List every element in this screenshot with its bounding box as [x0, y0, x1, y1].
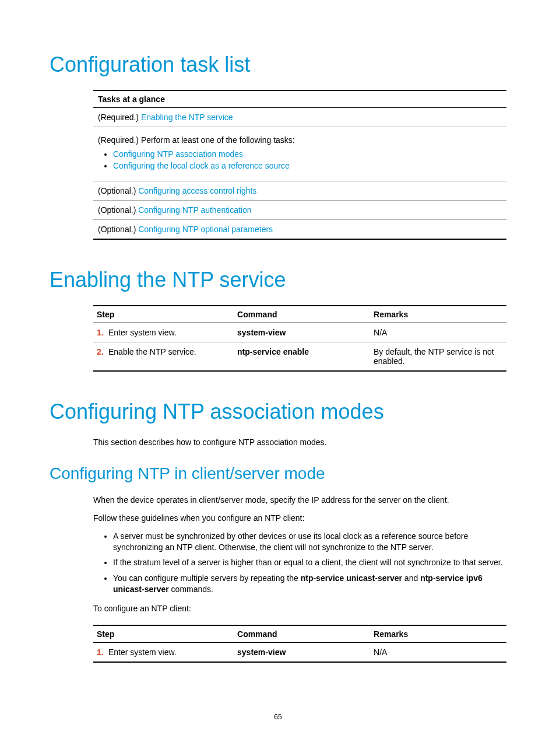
step-text: Enable the NTP service. — [108, 347, 196, 356]
list-item: You can configure multiple servers by re… — [113, 573, 506, 595]
optional-label: (Optional.) — [98, 205, 136, 215]
table-row: (Optional.) Configuring access control r… — [93, 181, 506, 201]
command-text: system-view — [237, 328, 286, 337]
table-row: 2.Enable the NTP service. ntp-service en… — [93, 342, 506, 372]
link-enabling-ntp-service[interactable]: Enabling the NTP service — [141, 113, 233, 122]
remarks-text: By default, the NTP service is not enabl… — [374, 347, 494, 366]
optional-label: (Optional.) — [98, 186, 136, 195]
table-row: (Optional.) Configuring NTP authenticati… — [93, 201, 506, 220]
link-config-ntp-optional-params[interactable]: Configuring NTP optional parameters — [138, 225, 273, 234]
table-row: 1.Enter system view. system-view N/A — [93, 323, 506, 342]
table-row: 1.Enter system view. system-view N/A — [93, 643, 506, 663]
link-config-access-control[interactable]: Configuring access control rights — [138, 186, 256, 195]
cs-guidelines-list: A server must be synchronized by other d… — [93, 531, 506, 595]
optional-label: (Optional.) — [98, 225, 136, 234]
tasks-header: Tasks at a glance — [93, 90, 506, 108]
heading-config-task-list: Configuration task list — [50, 52, 506, 77]
command-text: ntp-service enable — [237, 347, 309, 356]
step-number: 1. — [97, 648, 108, 657]
list-item: Configuring NTP association modes — [113, 149, 502, 159]
col-command-header: Command — [234, 306, 370, 323]
client-steps-table: Step Command Remarks 1.Enter system view… — [93, 625, 506, 663]
tasks-table: Tasks at a glance (Required.) Enabling t… — [93, 90, 506, 240]
command-text: system-view — [237, 648, 286, 657]
list-item: A server must be synchronized by other d… — [113, 531, 506, 553]
cs-paragraph-3: To configure an NTP client: — [93, 603, 506, 614]
page-number: 65 — [0, 713, 556, 721]
list-item: Configuring the local clock as a referen… — [113, 161, 502, 170]
task-intro-text: (Required.) Perform at least one of the … — [98, 135, 295, 145]
cmd-inline: ntp-service unicast-server — [301, 573, 402, 583]
remarks-text: N/A — [374, 648, 387, 657]
col-step-header: Step — [93, 625, 234, 643]
task-sublist: Configuring NTP association modes Config… — [98, 149, 502, 170]
heading-config-ntp-client-server: Configuring NTP in client/server mode — [50, 464, 506, 483]
required-label: (Required.) — [98, 113, 139, 122]
enable-steps-table: Step Command Remarks 1.Enter system view… — [93, 305, 506, 372]
step-number: 1. — [97, 328, 108, 337]
cs-paragraph-1: When the device operates in client/serve… — [93, 495, 506, 506]
list-item: If the stratum level of a server is high… — [113, 557, 506, 568]
table-row: (Optional.) Configuring NTP optional par… — [93, 220, 506, 240]
link-config-local-clock-ref[interactable]: Configuring the local clock as a referen… — [113, 161, 290, 170]
col-remarks-header: Remarks — [370, 306, 506, 323]
step-number: 2. — [97, 347, 108, 356]
remarks-text: N/A — [374, 328, 387, 337]
step-text: Enter system view. — [108, 648, 177, 657]
table-row: (Required.) Enabling the NTP service — [93, 108, 506, 127]
assoc-intro-text: This section describes how to configure … — [93, 437, 506, 448]
col-command-header: Command — [234, 625, 370, 643]
col-remarks-header: Remarks — [370, 625, 506, 643]
heading-config-ntp-assoc-modes: Configuring NTP association modes — [50, 400, 506, 424]
step-text: Enter system view. — [108, 328, 177, 337]
cs-paragraph-2: Follow these guidelines when you configu… — [93, 513, 506, 524]
link-config-ntp-assoc-modes[interactable]: Configuring NTP association modes — [113, 149, 243, 159]
col-step-header: Step — [93, 306, 234, 323]
table-row: (Required.) Perform at least one of the … — [93, 127, 506, 181]
heading-enabling-ntp-service: Enabling the NTP service — [50, 268, 506, 292]
link-config-ntp-auth[interactable]: Configuring NTP authentication — [138, 205, 251, 215]
